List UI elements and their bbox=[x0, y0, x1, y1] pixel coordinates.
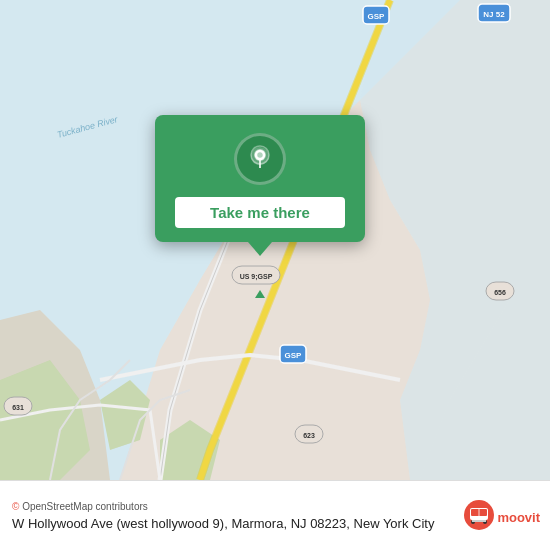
moovit-logo: moovit bbox=[463, 499, 540, 536]
address-line: W Hollywood Ave (west hollywood 9), Marm… bbox=[12, 516, 538, 531]
osm-credit-text: OpenStreetMap contributors bbox=[22, 501, 148, 512]
map-container: GSP GSP GSP NJ 52 US 9;GSP 631 623 656 T… bbox=[0, 0, 550, 480]
popup-card: Take me there bbox=[155, 115, 365, 242]
svg-rect-37 bbox=[472, 520, 486, 522]
copyright-symbol: © bbox=[12, 501, 19, 512]
moovit-icon bbox=[463, 499, 495, 536]
take-me-there-button[interactable]: Take me there bbox=[175, 197, 345, 228]
location-pin-icon bbox=[245, 144, 275, 174]
svg-text:GSP: GSP bbox=[368, 12, 386, 21]
moovit-bus-icon bbox=[463, 499, 495, 531]
svg-text:NJ 52: NJ 52 bbox=[483, 10, 505, 19]
svg-text:GSP: GSP bbox=[285, 351, 303, 360]
bottom-bar: © OpenStreetMap contributors W Hollywood… bbox=[0, 480, 550, 550]
svg-text:631: 631 bbox=[12, 404, 24, 411]
osm-credit: © OpenStreetMap contributors bbox=[12, 501, 538, 512]
moovit-label: moovit bbox=[497, 510, 540, 525]
svg-text:US 9;GSP: US 9;GSP bbox=[240, 273, 273, 281]
svg-text:656: 656 bbox=[494, 289, 506, 296]
location-icon-wrap bbox=[234, 133, 286, 185]
svg-text:623: 623 bbox=[303, 432, 315, 439]
